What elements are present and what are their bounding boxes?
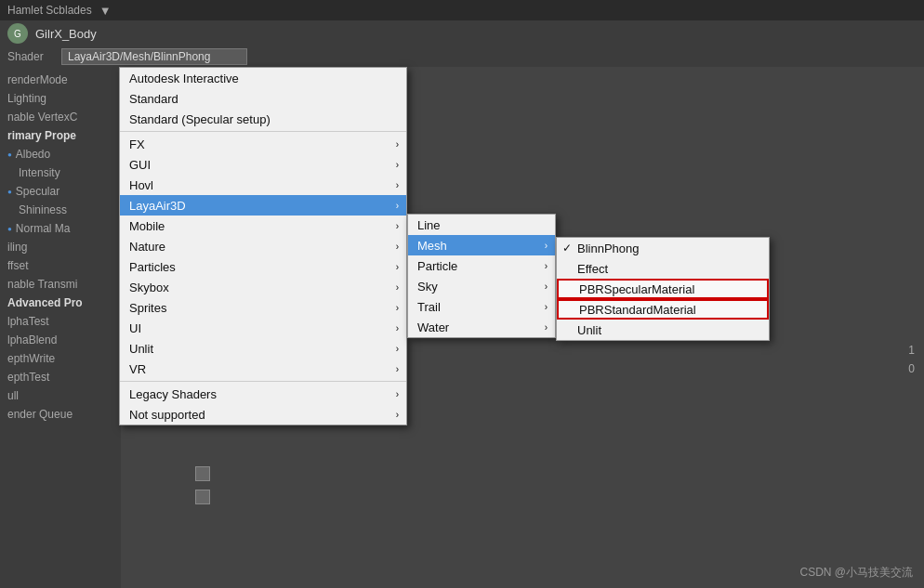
arrow-mesh: › <box>545 241 548 251</box>
menu-item-sky[interactable]: Sky› <box>408 276 555 296</box>
checkbox-2[interactable] <box>195 466 210 481</box>
prop-lighting: Lighting <box>0 89 121 108</box>
menu-item-effect[interactable]: Effect <box>557 258 769 279</box>
prop-alphablend: lphaBlend <box>0 331 121 349</box>
menu-item-autodesk[interactable]: Autodesk Interactive <box>120 68 406 88</box>
menu-item-standard-specular[interactable]: Standard (Specular setup) <box>120 109 406 129</box>
menu-item-line[interactable]: Line <box>408 215 555 235</box>
watermark: CSDN @小马技美交流 <box>799 565 913 581</box>
menu-item-pbr-specular[interactable]: PBRSpecularMaterial <box>557 279 769 299</box>
menu-item-sprites[interactable]: Sprites› <box>120 297 406 318</box>
arrow-not-supported: › <box>396 410 399 420</box>
left-panel: renderMode Lighting nable VertexC rimary… <box>0 67 121 588</box>
menu-item-ui[interactable]: UI› <box>120 318 406 338</box>
prop-advanced: Advanced Pro <box>0 294 121 312</box>
menu-item-legacy[interactable]: Legacy Shaders› <box>120 384 406 404</box>
menu-level3: ✓ BlinnPhong Effect PBRSpecularMaterial … <box>556 237 770 341</box>
object-icon: G <box>7 23 28 44</box>
prop-transmit: nable Transmi <box>0 275 121 294</box>
prop-vertexc: nable VertexC <box>0 108 121 126</box>
arrow-mobile: › <box>396 221 399 231</box>
prop-rendermode: renderMode <box>0 71 121 89</box>
dropdown-arrow[interactable]: ▼ <box>99 4 112 18</box>
shader-value[interactable]: LayaAir3D/Mesh/BlinnPhong <box>61 48 247 65</box>
checkbox-3[interactable] <box>195 490 210 504</box>
menu-item-trail[interactable]: Trail› <box>408 296 555 317</box>
prop-offset: ffset <box>0 256 121 275</box>
separator-2 <box>120 381 406 382</box>
arrow-ui: › <box>396 323 399 333</box>
menu-level2: Line Mesh› Particle› Sky› Trail› Water› <box>407 214 556 338</box>
prop-intensity: Intensity <box>0 163 121 182</box>
check-blinnphong: ✓ <box>562 242 572 255</box>
object-name: GilrX_Body <box>35 27 97 41</box>
menu-item-mesh[interactable]: Mesh› <box>408 235 555 255</box>
arrow-skybox: › <box>396 282 399 293</box>
value-2: 0 <box>908 362 915 375</box>
header-title: Hamlet Scblades <box>7 4 92 17</box>
menu-item-hovl[interactable]: Hovl› <box>120 175 406 195</box>
menu-item-layaair3d[interactable]: LayaAir3D› <box>120 195 406 216</box>
shader-label: Shader <box>7 50 54 63</box>
value-1: 1 <box>908 344 915 357</box>
prop-specular: Specular <box>0 182 121 201</box>
header-bar: Hamlet Scblades ▼ <box>0 0 924 20</box>
arrow-particles: › <box>396 262 399 272</box>
menu-item-gui[interactable]: GUI› <box>120 154 406 175</box>
arrow-trail: › <box>545 302 548 312</box>
arrow-nature: › <box>396 242 399 252</box>
menu-item-mobile[interactable]: Mobile› <box>120 216 406 236</box>
menu-level1: Autodesk Interactive Standard Standard (… <box>119 67 407 425</box>
prop-alphatest: lphaTest <box>0 312 121 331</box>
arrow-sprites: › <box>396 303 399 313</box>
menu-item-not-supported[interactable]: Not supported› <box>120 404 406 425</box>
menu-item-unlit-mesh[interactable]: Unlit <box>557 320 769 340</box>
prop-albedo: Albedo <box>0 145 121 163</box>
prop-renderqueue: ender Queue <box>0 405 121 424</box>
arrow-water: › <box>545 322 548 333</box>
arrow-unlit: › <box>396 344 399 354</box>
shader-row: Shader LayaAir3D/Mesh/BlinnPhong <box>0 46 924 67</box>
arrow-fx: › <box>396 139 399 150</box>
menu-item-standard[interactable]: Standard <box>120 88 406 109</box>
menu-item-water[interactable]: Water› <box>408 317 555 337</box>
menu-item-fx[interactable]: FX› <box>120 134 406 154</box>
arrow-hovl: › <box>396 180 399 190</box>
menu-item-blinnphong[interactable]: ✓ BlinnPhong <box>557 238 769 258</box>
menu-item-particle[interactable]: Particle› <box>408 255 555 276</box>
arrow-legacy: › <box>396 389 399 399</box>
prop-tiling: iling <box>0 238 121 256</box>
prop-depthwrite: epthWrite <box>0 349 121 368</box>
menu-item-nature[interactable]: Nature› <box>120 236 406 256</box>
arrow-vr: › <box>396 364 399 374</box>
prop-normal: Normal Ma <box>0 219 121 238</box>
arrow-gui: › <box>396 160 399 170</box>
menu-item-vr[interactable]: VR› <box>120 359 406 379</box>
prop-cull: ull <box>0 386 121 405</box>
menu-item-pbr-standard[interactable]: PBRStandardMaterial <box>557 299 769 320</box>
menu-item-skybox[interactable]: Skybox› <box>120 277 406 297</box>
prop-primary: rimary Prope <box>0 126 121 145</box>
arrow-layaair3d: › <box>396 201 399 211</box>
menu-item-unlit[interactable]: Unlit› <box>120 338 406 359</box>
menu-item-particles[interactable]: Particles› <box>120 256 406 277</box>
prop-depthtest: epthTest <box>0 368 121 386</box>
object-row: G GilrX_Body <box>0 20 924 46</box>
arrow-sky: › <box>545 281 548 292</box>
arrow-particle: › <box>545 261 548 271</box>
separator-1 <box>120 131 406 132</box>
prop-shininess: Shininess <box>0 201 121 219</box>
